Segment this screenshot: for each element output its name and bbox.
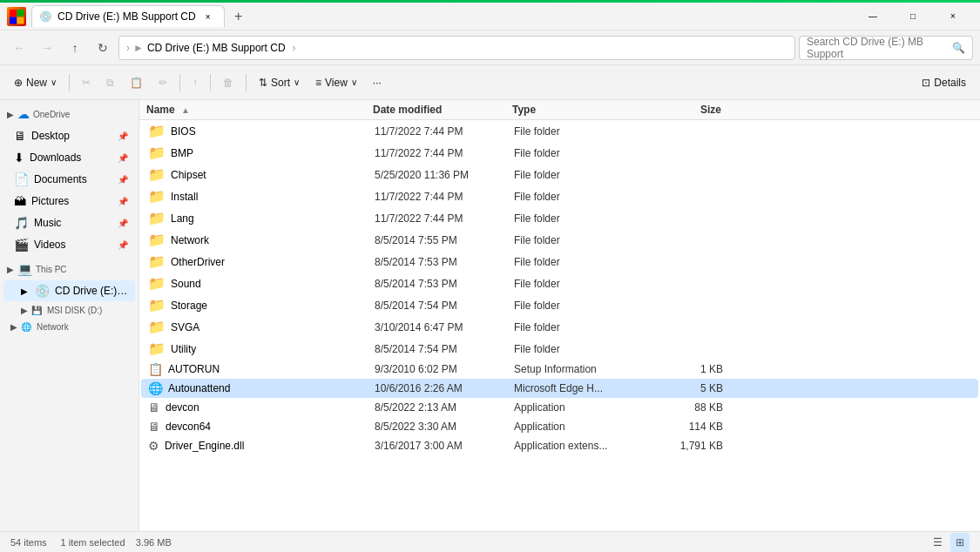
sidebar-label-documents: Documents [34, 173, 112, 185]
file-type: File folder [514, 234, 653, 246]
more-icon: ··· [373, 77, 382, 89]
sidebar-item-desktop[interactable]: 🖥 Desktop 📌 [3, 125, 135, 146]
sidebar-item-documents[interactable]: 📄 Documents 📌 [3, 169, 135, 190]
share-button[interactable]: ↑ [186, 69, 205, 97]
col-header-type[interactable]: Type [512, 104, 652, 116]
list-view-toggle[interactable]: ☰ [928, 533, 947, 552]
app-icon: 🖥 [148, 401, 160, 414]
back-button[interactable]: ← [7, 36, 31, 60]
tab-close-button[interactable]: × [201, 10, 215, 24]
forward-button[interactable]: → [35, 36, 59, 60]
folder-icon: 📁 [148, 166, 166, 183]
file-row[interactable]: 📁 SVGA 3/10/2014 6:47 PM File folder [141, 316, 978, 338]
file-type: File folder [514, 278, 653, 290]
sidebar-item-network[interactable]: ▶ 🌐 Network [0, 319, 139, 335]
details-button[interactable]: ⊡ Details [915, 69, 973, 97]
refresh-button[interactable]: ↻ [91, 36, 115, 60]
sidebar-item-music[interactable]: 🎵 Music 📌 [3, 212, 135, 233]
sort-button[interactable]: ⇅ Sort ∨ [252, 69, 307, 97]
sort-label: Sort [271, 77, 290, 89]
sort-chevron: ∨ [294, 77, 300, 87]
onedrive-expand[interactable]: ▶ ☁ OneDrive [0, 104, 139, 125]
col-header-date[interactable]: Date modified [373, 104, 512, 116]
file-size: 114 KB [653, 421, 723, 433]
file-row[interactable]: 📁 BIOS 11/7/2022 7:44 PM File folder [141, 120, 978, 142]
onedrive-chevron: ▶ [7, 110, 14, 119]
window-controls: — □ × [853, 3, 973, 30]
file-row[interactable]: 📁 Network 8/5/2014 7:55 PM File folder [141, 229, 978, 251]
cdrive-icon: 💿 [35, 284, 50, 298]
file-row[interactable]: 🖥 devcon 8/5/2022 2:13 AM Application 88… [141, 398, 978, 417]
file-row[interactable]: 📁 Lang 11/7/2022 7:44 PM File folder [141, 207, 978, 229]
file-name: 🖥 devcon [148, 401, 375, 414]
file-type: File folder [514, 169, 653, 181]
folder-icon: 📁 [148, 210, 166, 226]
file-row[interactable]: 📁 BMP 11/7/2022 7:44 PM File folder [141, 142, 978, 164]
file-row[interactable]: 📁 Install 11/7/2022 7:44 PM File folder [141, 185, 978, 207]
music-icon: 🎵 [14, 216, 29, 230]
file-row[interactable]: 📁 Utility 8/5/2014 7:54 PM File folder [141, 338, 978, 360]
folder-icon: 📁 [148, 297, 166, 313]
file-name: 📁 SVGA [148, 319, 375, 335]
close-button[interactable]: × [933, 3, 973, 30]
new-button[interactable]: ⊕ New ∨ [7, 69, 64, 97]
name-sort-arrow: ▲ [181, 105, 190, 115]
address-end-chevron: › [293, 42, 296, 54]
new-label: New [26, 77, 47, 89]
new-icon: ⊕ [14, 77, 23, 89]
sidebar-item-pictures[interactable]: 🏔 Pictures 📌 [3, 191, 135, 212]
sidebar-items-container: 🖥 Desktop 📌 ⬇ Downloads 📌 📄 Documents 📌 … [0, 125, 139, 255]
copy-button[interactable]: ⧉ [99, 69, 121, 97]
file-row[interactable]: 📋 AUTORUN 9/3/2010 6:02 PM Setup Informa… [141, 360, 978, 379]
rename-icon: ✏ [159, 77, 167, 89]
file-row[interactable]: 🖥 devcon64 8/5/2022 3:30 AM Application … [141, 417, 978, 436]
file-name: 📁 OtherDriver [148, 253, 375, 270]
sidebar-item-videos[interactable]: 🎬 Videos 📌 [3, 234, 135, 255]
rename-button[interactable]: ✏ [152, 69, 174, 97]
details-view-toggle[interactable]: ⊞ [950, 533, 970, 552]
file-date: 8/5/2014 7:54 PM [375, 300, 514, 312]
more-button[interactable]: ··· [366, 69, 389, 97]
dll-icon: ⚙ [148, 439, 159, 453]
file-date: 11/7/2022 7:44 PM [375, 125, 514, 138]
file-date: 8/5/2014 7:55 PM [375, 234, 514, 246]
up-button[interactable]: ↑ [63, 36, 87, 60]
file-date: 3/16/2017 3:00 AM [375, 440, 514, 452]
file-row[interactable]: 📁 Chipset 5/25/2020 11:36 PM File folder [141, 164, 978, 185]
minimize-button[interactable]: — [853, 3, 893, 30]
address-bar[interactable]: › ► CD Drive (E:) MB Support CD › [118, 36, 795, 60]
thispc-chevron: ▶ [7, 265, 14, 274]
sidebar-item-downloads[interactable]: ⬇ Downloads 📌 [3, 147, 135, 168]
file-row[interactable]: ⚙ Driver_Engine.dll 3/16/2017 3:00 AM Ap… [141, 436, 978, 455]
active-tab[interactable]: 💿 CD Drive (E:) MB Support CD × [31, 5, 225, 27]
paste-button[interactable]: 📋 [123, 69, 150, 97]
svg-rect-3 [17, 17, 24, 24]
file-row[interactable]: 📁 Storage 8/5/2014 7:54 PM File folder [141, 294, 978, 316]
file-row[interactable]: 📁 Sound 8/5/2014 7:53 PM File folder [141, 273, 978, 294]
col-header-size[interactable]: Size [652, 104, 721, 116]
new-tab-button[interactable]: + [226, 4, 251, 29]
maximize-button[interactable]: □ [893, 3, 933, 30]
cut-button[interactable]: ✂ [75, 69, 98, 97]
sidebar: ▶ ☁ OneDrive 🖥 Desktop 📌 ⬇ Downloads 📌 📄… [0, 100, 139, 531]
file-row[interactable]: 📁 OtherDriver 8/5/2014 7:53 PM File fold… [141, 251, 978, 273]
address-path: CD Drive (E:) MB Support CD [147, 42, 286, 54]
statusbar: 54 items 1 item selected 3.96 MB ☰ ⊞ [0, 531, 980, 552]
file-row[interactable]: 🌐 Autounattend 10/6/2016 2:26 AM Microso… [141, 379, 978, 398]
edge-icon: 🌐 [148, 381, 163, 395]
sidebar-label-desktop: Desktop [31, 130, 112, 142]
folder-icon: 📁 [148, 123, 166, 139]
svg-rect-0 [10, 10, 17, 17]
thispc-expand[interactable]: ▶ 💻 This PC [0, 259, 139, 279]
file-name: 📁 BIOS [148, 123, 375, 139]
col-header-name[interactable]: Name ▲ [146, 104, 373, 116]
search-bar[interactable]: Search CD Drive (E:) MB Support 🔍 [799, 36, 973, 60]
sidebar-item-cdrive[interactable]: ▶ 💿 CD Drive (E:) M... [3, 280, 135, 301]
view-button[interactable]: ≡ View ∨ [308, 69, 364, 97]
delete-button[interactable]: 🗑 [216, 69, 240, 97]
tb-sep-4 [246, 74, 247, 91]
sidebar-item-msidisk[interactable]: ▶ 💾 MSI DISK (D:) [0, 302, 139, 319]
folder-icon: 📁 [148, 188, 166, 205]
msidisk-icon: 💾 [31, 306, 42, 315]
msidisk-label: MSI DISK (D:) [47, 306, 102, 315]
